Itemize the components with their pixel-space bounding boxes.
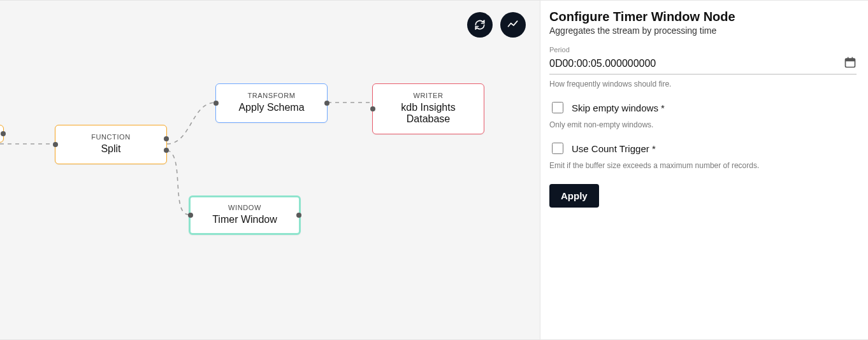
config-panel: Configure Timer Window Node Aggregates t… <box>540 1 868 339</box>
port-out-2[interactable] <box>164 148 169 153</box>
port-in[interactable] <box>188 213 193 218</box>
count-trigger-checkbox[interactable] <box>552 143 563 154</box>
port-in[interactable] <box>370 106 375 111</box>
skip-empty-label: Skip empty windows * <box>572 103 665 113</box>
port-out[interactable] <box>1 131 6 136</box>
port-out[interactable] <box>324 101 329 106</box>
edges-layer <box>0 1 540 339</box>
port-out[interactable] <box>164 136 169 141</box>
count-trigger-hint: Emit if the buffer size exceeds a maximu… <box>549 161 857 170</box>
node-apply-schema[interactable]: TRANSFORM Apply Schema <box>215 83 328 123</box>
skip-empty-checkbox[interactable] <box>552 102 563 113</box>
node-title: kdb Insights Database <box>378 102 479 125</box>
port-out[interactable] <box>296 213 301 218</box>
skip-empty-hint: Only emit non-empty windows. <box>549 120 857 129</box>
node-type-label: FUNCTION <box>61 133 161 141</box>
port-in[interactable] <box>53 142 58 147</box>
node-title: Apply Schema <box>221 102 322 113</box>
port-in[interactable] <box>213 101 219 106</box>
node-offscreen[interactable] <box>0 125 4 143</box>
period-label: Period <box>549 46 857 53</box>
pipeline-canvas[interactable]: FUNCTION Split TRANSFORM Apply Schema WR… <box>0 1 540 339</box>
panel-heading: Configure Timer Window Node <box>549 10 857 24</box>
canvas-toolbar <box>467 12 526 38</box>
node-type-label: WRITER <box>378 92 479 99</box>
count-trigger-label: Use Count Trigger * <box>572 143 656 154</box>
refresh-button[interactable] <box>467 12 493 38</box>
metrics-button[interactable] <box>500 12 526 38</box>
svg-rect-1 <box>846 59 855 61</box>
panel-subheading: Aggregates the stream by processing time <box>549 25 857 36</box>
calendar-icon[interactable] <box>844 56 857 71</box>
node-title: Split <box>61 143 161 155</box>
apply-button[interactable]: Apply <box>549 184 599 208</box>
node-type-label: WINDOW <box>194 204 295 211</box>
period-input[interactable] <box>549 57 844 71</box>
node-timer-window[interactable]: WINDOW Timer Window <box>189 195 301 235</box>
node-split[interactable]: FUNCTION Split <box>55 125 167 164</box>
node-writer[interactable]: WRITER kdb Insights Database <box>372 83 484 134</box>
refresh-icon <box>474 18 486 31</box>
period-hint: How frequently windows should fire. <box>549 80 857 89</box>
node-type-label: TRANSFORM <box>221 92 322 99</box>
trend-icon <box>507 18 519 31</box>
node-title: Timer Window <box>194 214 295 225</box>
